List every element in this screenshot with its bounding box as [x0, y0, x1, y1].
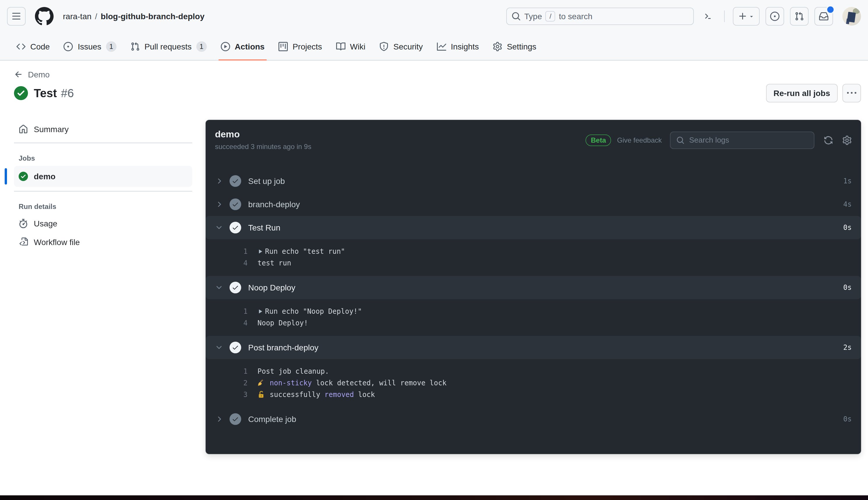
- run-options-button[interactable]: [842, 84, 861, 102]
- tab-projects[interactable]: Projects: [274, 33, 326, 60]
- chevron-right-icon[interactable]: [215, 200, 223, 208]
- command-palette-button[interactable]: [700, 8, 716, 24]
- sidebar-item-summary[interactable]: Summary: [14, 120, 192, 138]
- run-group-arrow-icon: [257, 249, 263, 254]
- step-status-icon: [230, 282, 241, 293]
- arrow-left-icon: [14, 70, 23, 79]
- log-text: test run: [257, 259, 291, 267]
- sidebar-job-demo[interactable]: demo: [14, 166, 192, 187]
- issue-opened-icon: [770, 12, 779, 21]
- workflow-file-label: Workflow file: [34, 238, 80, 247]
- beta-badge: Beta: [586, 134, 611, 146]
- tab-wiki[interactable]: Wiki: [332, 33, 370, 60]
- refresh-logs-icon[interactable]: [824, 135, 833, 145]
- stopwatch-icon: [19, 219, 28, 228]
- log-line: 2non-sticky lock detected, will remove l…: [205, 377, 861, 389]
- step-row-set-up-job[interactable]: Set up job1s: [205, 169, 861, 193]
- usage-label: Usage: [34, 219, 57, 228]
- run-sidebar: Summary Jobs demo Run details Usage Wo: [14, 120, 192, 251]
- breadcrumb-repo[interactable]: blog-github-branch-deploy: [101, 12, 204, 21]
- pr-icon: [131, 42, 140, 51]
- search-logs-input[interactable]: Search logs: [670, 131, 814, 149]
- hamburger-menu-button[interactable]: [7, 7, 26, 26]
- line-number: 2: [205, 379, 248, 387]
- shield-icon: [379, 42, 389, 51]
- run-title: Test: [34, 87, 57, 100]
- step-status-icon: [230, 413, 241, 425]
- step-row-noop-deploy[interactable]: Noop Deploy0s: [205, 276, 861, 299]
- log-group: 1Run echo "Noop Deploy!"4Noop Deploy!: [205, 299, 861, 336]
- run-group-arrow-icon: [257, 308, 263, 314]
- avatar[interactable]: [842, 7, 861, 26]
- tab-label: Projects: [292, 42, 322, 51]
- step-row-complete-job[interactable]: Complete job0s: [205, 407, 861, 431]
- step-status-icon: [230, 342, 241, 353]
- chevron-down-icon[interactable]: [215, 343, 223, 352]
- graph-icon: [437, 42, 446, 51]
- tab-label: Wiki: [350, 42, 366, 51]
- breadcrumb-owner[interactable]: rara-tan: [63, 12, 91, 21]
- project-icon: [278, 42, 288, 51]
- tab-label: Insights: [451, 42, 479, 51]
- issues-global-button[interactable]: [766, 7, 784, 26]
- inbox-button[interactable]: [814, 7, 833, 26]
- step-row-branch-deploy[interactable]: branch-deploy4s: [205, 193, 861, 216]
- github-logo-icon[interactable]: [35, 7, 54, 26]
- log-text: Run echo "test run": [265, 247, 345, 255]
- step-name: Complete job: [248, 414, 843, 424]
- log-settings-icon[interactable]: [842, 135, 852, 145]
- log-line: 3successfully removed lock: [205, 389, 861, 400]
- job-name-label: demo: [34, 172, 56, 181]
- tab-security[interactable]: Security: [375, 33, 427, 60]
- log-line: 1Post job cleanup.: [205, 365, 861, 377]
- sidebar-item-usage[interactable]: Usage: [14, 214, 192, 233]
- tab-settings[interactable]: Settings: [488, 33, 541, 60]
- step-row-post-branch-deploy[interactable]: Post branch-deploy2s: [205, 336, 861, 359]
- slash-key-hint: /: [546, 11, 555, 22]
- desktop-background-strip: [0, 495, 868, 500]
- sidebar-divider: [14, 143, 192, 143]
- chevron-down-icon[interactable]: [215, 283, 223, 292]
- rerun-all-jobs-button[interactable]: Re-run all jobs: [766, 84, 838, 102]
- tab-pull-requests[interactable]: Pull requests1: [126, 33, 211, 60]
- check-icon: [232, 344, 239, 351]
- header-divider: [724, 11, 725, 22]
- issue-icon: [64, 42, 73, 51]
- log-text: removed: [324, 390, 354, 399]
- github-actions-run-page: rara-tan / blog-github-branch-deploy Typ…: [0, 0, 868, 500]
- breadcrumb-separator: /: [95, 12, 97, 21]
- tab-label: Pull requests: [144, 42, 192, 51]
- step-row-test-run[interactable]: Test Run0s: [205, 216, 861, 239]
- back-to-workflow-link[interactable]: Demo: [14, 69, 50, 80]
- home-icon: [19, 125, 28, 134]
- global-search-input[interactable]: Type / to search: [506, 8, 694, 25]
- tab-label: Security: [393, 42, 423, 51]
- gear-icon: [493, 42, 502, 51]
- log-text: Noop Deploy!: [257, 319, 308, 327]
- step-duration: 4s: [843, 200, 852, 208]
- check-icon: [232, 224, 239, 231]
- search-icon: [676, 136, 685, 144]
- step-name: Test Run: [248, 223, 843, 232]
- main-content: Demo Test #6 Re-run all jobs Summary Job…: [14, 69, 861, 454]
- book-icon: [336, 42, 345, 51]
- create-new-button[interactable]: [733, 7, 760, 26]
- tab-code[interactable]: Code: [12, 33, 55, 60]
- job-success-icon: [19, 172, 28, 181]
- chevron-right-icon[interactable]: [215, 177, 223, 185]
- log-line: 4test run: [205, 257, 861, 269]
- repo-nav-tabs: CodeIssues1Pull requests1ActionsProjects…: [0, 33, 868, 60]
- chevron-right-icon[interactable]: [215, 415, 223, 423]
- pull-requests-global-button[interactable]: [790, 7, 809, 26]
- step-duration: 0s: [843, 224, 852, 232]
- tab-issues[interactable]: Issues1: [59, 33, 121, 60]
- chevron-down-icon[interactable]: [215, 224, 223, 232]
- give-feedback-link[interactable]: Give feedback: [617, 136, 662, 144]
- search-placeholder-text: Type: [524, 12, 542, 21]
- log-text: Run echo "Noop Deploy!": [265, 307, 362, 316]
- log-text: lock: [354, 390, 375, 399]
- sidebar-item-workflow-file[interactable]: Workflow file: [14, 233, 192, 251]
- step-status-icon: [230, 222, 241, 234]
- tab-actions[interactable]: Actions: [216, 33, 269, 60]
- tab-insights[interactable]: Insights: [432, 33, 484, 60]
